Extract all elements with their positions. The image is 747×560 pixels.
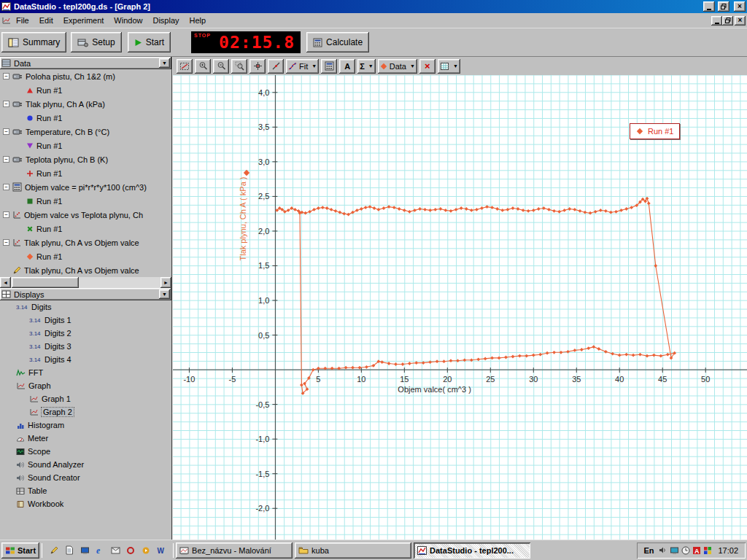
display-item-histogram[interactable]: Histogram bbox=[0, 419, 171, 432]
display-item-digits-4[interactable]: 3.14Digits 4 bbox=[0, 353, 171, 366]
mdi-close-button[interactable]: × bbox=[735, 16, 746, 26]
mdi-minimize-button[interactable] bbox=[711, 16, 722, 26]
data-source-tlak-plynu-ch-a-vs-objem-valce[interactable]: Tlak plynu, Ch A vs Objem valce bbox=[0, 263, 171, 277]
data-panel-collapse-button[interactable]: ▼ bbox=[159, 58, 170, 68]
scale-to-fit-button[interactable] bbox=[177, 59, 193, 74]
data-source-temperature-ch-b-c-[interactable]: −Temperature, Ch B (°C) bbox=[0, 125, 171, 139]
display-item-sound-analyzer[interactable]: Sound Analyzer bbox=[0, 458, 171, 471]
display-item-digits-3[interactable]: 3.14Digits 3 bbox=[0, 340, 171, 353]
quick-launch-ie-icon[interactable]: e bbox=[93, 543, 107, 558]
remove-tool-button[interactable]: × bbox=[419, 59, 436, 74]
collapse-toggle-icon[interactable]: − bbox=[3, 73, 9, 79]
start-menu-button[interactable]: Start bbox=[1, 542, 39, 559]
statistics-menu-dropdown-arrow[interactable]: ▼ bbox=[367, 63, 374, 69]
menu-window[interactable]: Window bbox=[109, 14, 147, 27]
data-source-objem-valce-pi-r-r-y-100-cm-3-[interactable]: −Objem valce = pi*r*r*y*100 (cm^3) bbox=[0, 180, 171, 194]
display-item-sound-creator[interactable]: Sound Creator bbox=[0, 471, 171, 484]
collapse-toggle-icon[interactable]: − bbox=[3, 156, 9, 163]
menu-file[interactable]: File bbox=[11, 14, 34, 27]
scrollbar-thumb[interactable] bbox=[12, 277, 79, 288]
zoom-in-button[interactable] bbox=[195, 59, 211, 74]
display-item-graph[interactable]: Graph bbox=[0, 379, 171, 392]
data-source-poloha-pistu-ch-1-2-m-[interactable]: −Poloha pistu, Ch 1&2 (m) bbox=[0, 69, 171, 83]
collapse-toggle-icon[interactable]: − bbox=[3, 184, 9, 190]
tray-clock-tray-icon[interactable] bbox=[681, 546, 690, 555]
tray-volume-icon[interactable] bbox=[659, 546, 667, 555]
displays-panel-collapse-button[interactable]: ▼ bbox=[159, 289, 170, 299]
quick-launch-media-player-icon[interactable] bbox=[139, 543, 152, 558]
data-menu-button[interactable]: Data▼ bbox=[378, 59, 417, 74]
data-menu-dropdown-arrow[interactable]: ▼ bbox=[409, 63, 415, 69]
minimize-button[interactable] bbox=[703, 1, 715, 12]
data-tree-hscrollbar[interactable]: ◄ ► bbox=[0, 277, 171, 288]
display-item-workbook[interactable]: Workbook bbox=[0, 497, 171, 510]
run-item[interactable]: Run #1 bbox=[0, 222, 171, 236]
data-source-teplota-plynu-ch-b-k-[interactable]: −Teplota plynu, Ch B (K) bbox=[0, 152, 171, 166]
taskbar-task-bez-n-zvu-malov-n-[interactable]: Bez_názvu - Malování bbox=[176, 542, 293, 559]
display-item-digits-1[interactable]: 3.14Digits 1 bbox=[0, 314, 171, 327]
statistics-menu-button[interactable]: Σ▼ bbox=[357, 59, 376, 74]
run-item[interactable]: Run #1 bbox=[0, 111, 171, 125]
collapse-toggle-icon[interactable]: − bbox=[3, 239, 9, 246]
data-source-tlak-plynu-ch-a-kpa-[interactable]: −Tlak plynu, Ch A (kPa) bbox=[0, 97, 171, 111]
summary-button[interactable]: Summary bbox=[1, 32, 66, 52]
display-item-meter[interactable]: Meter bbox=[0, 432, 171, 445]
run-item[interactable]: Run #1 bbox=[0, 83, 171, 97]
quick-launch-show-desktop-icon[interactable] bbox=[78, 543, 91, 558]
run-item[interactable]: Run #1 bbox=[0, 139, 171, 152]
run-item[interactable]: Run #1 bbox=[0, 249, 171, 263]
smart-tool-button[interactable] bbox=[249, 59, 266, 74]
tray-colors-icon[interactable] bbox=[703, 546, 712, 555]
setup-button[interactable]: Setup bbox=[71, 32, 121, 52]
graph-settings-menu-button[interactable]: ▼ bbox=[438, 59, 460, 74]
display-item-graph-1[interactable]: Graph 1 bbox=[0, 392, 171, 405]
display-item-graph-2[interactable]: Graph 2 bbox=[0, 405, 171, 419]
tray-display-icon[interactable] bbox=[670, 546, 679, 555]
scroll-right-button[interactable]: ► bbox=[160, 277, 171, 288]
slope-tool-button[interactable] bbox=[268, 59, 284, 74]
display-item-digits-2[interactable]: 3.14Digits 2 bbox=[0, 327, 171, 340]
zoom-out-button[interactable] bbox=[213, 59, 229, 74]
text-tool-button[interactable]: A bbox=[339, 59, 355, 74]
menu-display[interactable]: Display bbox=[147, 14, 184, 27]
scroll-left-button[interactable]: ◄ bbox=[0, 277, 11, 288]
quick-launch-document-icon[interactable] bbox=[63, 543, 76, 558]
close-button[interactable]: × bbox=[734, 1, 746, 12]
menu-edit[interactable]: Edit bbox=[34, 14, 58, 27]
fit-menu-dropdown-arrow[interactable]: ▼ bbox=[310, 63, 317, 69]
restore-button[interactable] bbox=[718, 1, 729, 12]
run-item[interactable]: Run #1 bbox=[0, 166, 171, 180]
display-item-label: Digits 2 bbox=[44, 329, 71, 338]
quick-launch-opera-icon[interactable] bbox=[124, 543, 137, 558]
quick-launch-word-icon[interactable]: W bbox=[155, 543, 168, 558]
svg-text:-1,0: -1,0 bbox=[255, 435, 269, 443]
menu-help[interactable]: Help bbox=[185, 14, 212, 27]
display-item-digits[interactable]: 3.14Digits bbox=[0, 300, 171, 314]
data-source-objem-valce-vs-teplota-plynu-ch[interactable]: −Objem valce vs Teplota plynu, Ch bbox=[0, 208, 171, 222]
taskbar-tasks: Bez_názvu - MalováníkubaDataStudio - tep… bbox=[176, 542, 530, 559]
zoom-select-button[interactable] bbox=[231, 59, 247, 74]
collapse-toggle-icon[interactable]: − bbox=[3, 101, 9, 107]
fit-menu-button[interactable]: Fit▼ bbox=[286, 59, 319, 74]
collapse-toggle-icon[interactable]: − bbox=[3, 211, 9, 218]
taskbar-task-kuba[interactable]: kuba bbox=[295, 542, 411, 559]
display-item-fft[interactable]: FFT bbox=[0, 366, 171, 379]
quick-launch-mail-icon[interactable] bbox=[109, 543, 122, 558]
display-item-table[interactable]: Table bbox=[0, 484, 171, 497]
data-source-tlak-plynu-ch-a-vs-objem-valce[interactable]: −Tlak plynu, Ch A vs Objem valce bbox=[0, 236, 171, 249]
menu-experiment[interactable]: Experiment bbox=[58, 14, 109, 27]
plot-area[interactable]: -10-551015202530354045504,03,53,02,52,01… bbox=[173, 75, 747, 540]
collapse-toggle-icon[interactable]: − bbox=[3, 128, 9, 135]
taskbar-task-datastudio-tepl200-[interactable]: DataStudio - tepl200... bbox=[414, 542, 530, 559]
mdi-restore-button[interactable] bbox=[722, 16, 733, 26]
calculate-tool-button[interactable] bbox=[321, 59, 337, 74]
legend[interactable]: Run #1 bbox=[630, 123, 680, 139]
quick-launch-pencil-icon[interactable] bbox=[47, 543, 61, 558]
start-button[interactable]: Start bbox=[128, 32, 171, 52]
language-indicator[interactable]: En bbox=[641, 545, 656, 556]
graph-settings-menu-dropdown-arrow[interactable]: ▼ bbox=[452, 63, 458, 69]
run-item[interactable]: Run #1 bbox=[0, 194, 171, 208]
calculate-button[interactable]: Calculate bbox=[306, 32, 369, 52]
display-item-scope[interactable]: Scope bbox=[0, 445, 171, 458]
tray-antivirus-icon[interactable]: A bbox=[692, 546, 701, 555]
